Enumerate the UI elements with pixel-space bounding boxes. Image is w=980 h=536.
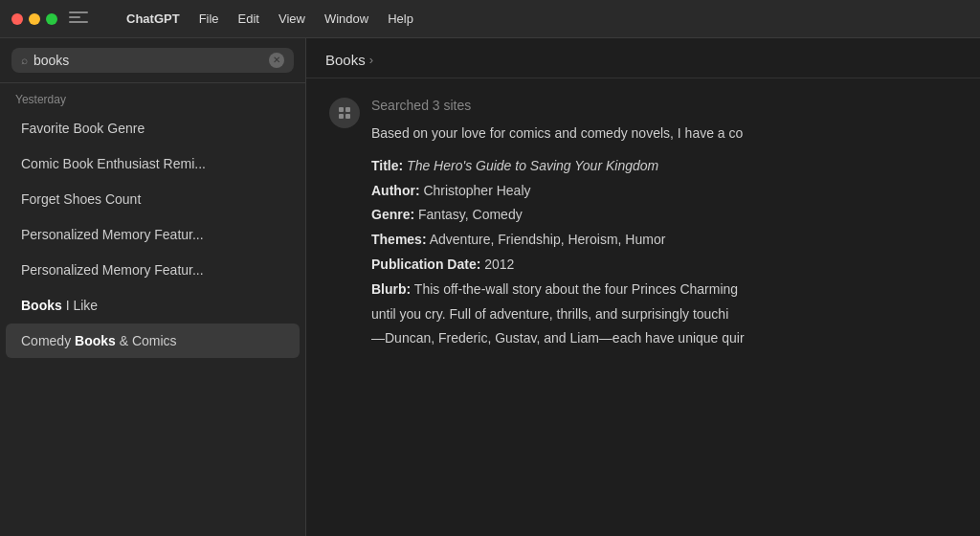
blurb-text: This off-the-wall story about the four P… (414, 281, 738, 297)
books-bold-label: Books (21, 298, 62, 313)
sidebar-item-comedy-books-comics[interactable]: Comedy Books & Comics (6, 324, 300, 358)
genre-field: Genre: Fantasy, Comedy (371, 204, 957, 227)
sidebar-item-comic-book-enthusiast[interactable]: Comic Book Enthusiast Remi... (6, 146, 300, 181)
svg-rect-2 (339, 114, 344, 119)
sidebar-list: Favorite Book Genre Comic Book Enthusias… (0, 110, 305, 536)
title-value: The Hero's Guide to Saving Your Kingdom (407, 158, 658, 173)
sidebar-item-personalized-memory-1[interactable]: Personalized Memory Featur... (6, 217, 300, 252)
message-text: Based on your love for comics and comedy… (371, 123, 957, 350)
content-area: Books › Searched 3 sites Based on (306, 38, 980, 536)
svg-rect-3 (345, 114, 350, 119)
search-input[interactable] (33, 53, 263, 68)
ai-avatar (329, 98, 360, 128)
sidebar-item-favorite-book-genre[interactable]: Favorite Book Genre (6, 111, 300, 145)
sidebar-item-books-i-like[interactable]: Books I Like (6, 288, 300, 323)
search-clear-button[interactable]: ✕ (269, 53, 284, 68)
pubdate-field: Publication Date: 2012 (371, 254, 957, 277)
maximize-button[interactable] (46, 13, 57, 25)
intro-paragraph: Based on your love for comics and comedy… (371, 123, 957, 145)
breadcrumb-chevron-icon: › (369, 53, 373, 67)
sidebar-item-personalized-memory-2[interactable]: Personalized Memory Featur... (6, 253, 300, 287)
genre-value: Fantasy, Comedy (418, 207, 523, 222)
main-container: ⌕ ✕ Yesterday Favorite Book Genre Comic … (0, 38, 980, 536)
minimize-button[interactable] (29, 13, 40, 25)
sidebar-section-label: Yesterday (0, 83, 305, 110)
content-header: Books › (306, 38, 980, 78)
sidebar: ⌕ ✕ Yesterday Favorite Book Genre Comic … (0, 38, 306, 536)
author-value: Christopher Healy (423, 183, 530, 198)
menu-window[interactable]: Window (317, 10, 376, 28)
searched-sites-label: Searched 3 sites (371, 98, 957, 113)
search-input-container: ⌕ ✕ (11, 48, 294, 73)
ai-content: Searched 3 sites Based on your love for … (371, 98, 957, 352)
menu-file[interactable]: File (191, 10, 227, 28)
blurb-cont1: until you cry. Full of adventure, thrill… (371, 303, 957, 326)
sidebar-item-forget-shoes-count[interactable]: Forget Shoes Count (6, 182, 300, 216)
title-field: Title: The Hero's Guide to Saving Your K… (371, 155, 957, 178)
titlebar: ChatGPT File Edit View Window Help (0, 0, 980, 38)
traffic-lights (11, 13, 57, 25)
breadcrumb: Books › (325, 52, 373, 68)
breadcrumb-label: Books (325, 52, 366, 68)
menu-help[interactable]: Help (380, 10, 421, 28)
search-icon: ⌕ (21, 54, 28, 67)
content-body: Searched 3 sites Based on your love for … (306, 78, 980, 536)
blurb-field: Blurb: This off-the-wall story about the… (371, 279, 957, 302)
menu-edit[interactable]: Edit (231, 10, 267, 28)
themes-value: Adventure, Friendship, Heroism, Humor (430, 232, 666, 247)
svg-rect-1 (345, 107, 350, 112)
search-bar: ⌕ ✕ (0, 38, 305, 83)
svg-rect-0 (339, 107, 344, 112)
pubdate-value: 2012 (484, 257, 514, 272)
books-bold-comedy-label: Books (75, 333, 116, 348)
themes-field: Themes: Adventure, Friendship, Heroism, … (371, 229, 957, 252)
author-field: Author: Christopher Healy (371, 180, 957, 203)
sidebar-toggle[interactable] (69, 11, 88, 27)
menu-app-name[interactable]: ChatGPT (119, 10, 188, 28)
blurb-cont2: —Duncan, Frederic, Gustav, and Liam—each… (371, 327, 957, 350)
ai-message: Searched 3 sites Based on your love for … (329, 98, 957, 352)
menu-bar: ChatGPT File Edit View Window Help (107, 10, 969, 28)
menu-view[interactable]: View (271, 10, 313, 28)
close-button[interactable] (11, 13, 23, 25)
